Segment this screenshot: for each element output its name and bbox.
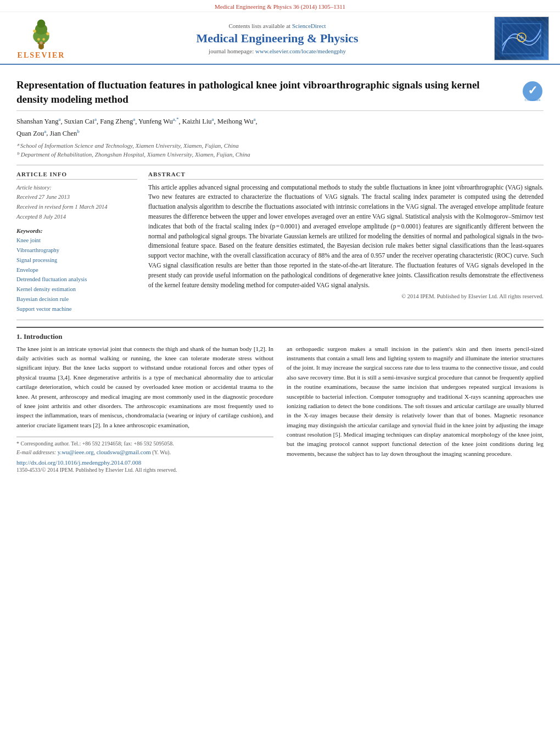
abstract-col: Abstract This article applies advanced s… — [148, 171, 544, 314]
journal-header: ELSEVIER Contents lists available at Sci… — [0, 12, 560, 65]
article-info-heading: Article Info — [16, 171, 137, 180]
keyword-5: Detrended fluctuation analysis — [16, 275, 137, 284]
keywords-section: Keywords: Knee joint Vibroarthrography S… — [16, 227, 137, 314]
svg-point-7 — [37, 38, 40, 41]
intro-left-col: The knee joint is an intricate synovial … — [16, 344, 273, 473]
author-fang: Fang Zhenga — [100, 118, 135, 125]
journal-citation-text: Medical Engineering & Physics 36 (2014) … — [215, 3, 345, 10]
revised-date: Received in revised form 1 March 2014 — [16, 202, 137, 212]
journal-cover-area — [483, 16, 549, 60]
abstract-text: This article applies advanced signal pro… — [148, 183, 544, 291]
keyword-1: Knee joint — [16, 236, 137, 246]
footnote-section: * Corresponding author. Tel.: +86 592 21… — [16, 437, 273, 457]
svg-point-5 — [33, 30, 36, 33]
issn-line: 1350-4533/© 2014 IPEM. Published by Else… — [16, 467, 273, 473]
email-link-1[interactable]: y.wu@ieee.org — [58, 449, 94, 455]
keyword-3: Signal processing — [16, 255, 137, 265]
svg-point-3 — [37, 20, 46, 28]
author-meihong: Meihong Wua — [217, 118, 256, 125]
elsevier-wordmark: ELSEVIER — [18, 51, 65, 60]
main-content-area: Representation of fluctuation features i… — [0, 65, 560, 484]
intro-heading: 1. Introduction — [16, 332, 544, 341]
keyword-7: Bayesian decision rule — [16, 294, 137, 304]
journal-info-center: Contents lists available at ScienceDirec… — [71, 23, 483, 54]
intro-right-text: an orthopaedic surgeon makes a small inc… — [287, 344, 544, 459]
elsevier-logo: ELSEVIER — [11, 17, 71, 60]
keyword-2: Vibroarthrography — [16, 246, 137, 255]
keyword-6: Kernel density estimation — [16, 284, 137, 294]
accepted-date: Accepted 8 July 2014 — [16, 212, 137, 222]
article-title: Representation of fluctuation features i… — [16, 78, 522, 106]
article-info-col: Article Info Article history: Received 2… — [16, 171, 137, 314]
journal-cover-image — [494, 16, 549, 60]
author-shanshan: Shanshan Yanga — [16, 118, 60, 125]
footnote-email: E-mail addresses: y.wu@ieee.org, cloudsw… — [16, 448, 273, 457]
svg-point-8 — [42, 38, 45, 41]
elsevier-tree-icon — [22, 17, 60, 50]
author-jian: Jian Chenb — [50, 130, 80, 137]
keyword-4: Envelope — [16, 265, 137, 275]
intro-right-col: an orthopaedic surgeon makes a small inc… — [287, 344, 544, 473]
abstract-heading: Abstract — [148, 171, 544, 180]
article-title-section: Representation of fluctuation features i… — [16, 70, 544, 111]
svg-point-6 — [46, 32, 49, 36]
elsevier-logo-area: ELSEVIER — [11, 17, 71, 60]
journal-title: Medical Engineering & Physics — [71, 31, 483, 46]
body-two-col: The knee joint is an intricate synovial … — [16, 344, 544, 473]
homepage-link[interactable]: www.elsevier.com/locate/medengphy — [255, 48, 346, 54]
crossmark-icon[interactable]: ✓ CrossMark — [522, 80, 544, 102]
received-date: Received 27 June 2013 — [16, 192, 137, 202]
author-kaizhi: Kaizhi Liua — [182, 118, 214, 125]
divider-1 — [16, 165, 544, 165]
contents-line: Contents lists available at ScienceDirec… — [71, 23, 483, 29]
authors-line: Shanshan Yanga, Suxian Caia, Fang Zhenga… — [16, 115, 544, 138]
svg-point-10 — [40, 41, 43, 44]
journal-homepage-line: journal homepage: www.elsevier.com/locat… — [71, 48, 483, 54]
keyword-8: Support vector machine — [16, 304, 137, 314]
affiliations: ᵃ School of Information Science and Tech… — [16, 141, 544, 159]
author-yunfeng: Yunfeng Wua,* — [138, 118, 179, 125]
doi-section: http://dx.doi.org/10.1016/j.medengphy.20… — [16, 459, 273, 466]
sciencedirect-link[interactable]: ScienceDirect — [292, 23, 326, 29]
svg-text:CrossMark: CrossMark — [524, 98, 541, 102]
article-history: Article history: Received 27 June 2013 R… — [16, 183, 137, 222]
affiliation-a: ᵃ School of Information Science and Tech… — [16, 141, 544, 150]
doi-link[interactable]: http://dx.doi.org/10.1016/j.medengphy.20… — [16, 459, 141, 466]
history-heading: Article history: — [16, 183, 137, 193]
journal-citation-bar: Medical Engineering & Physics 36 (2014) … — [0, 0, 560, 12]
divider-2 — [16, 320, 544, 320]
author-suxian: Suxian Caia — [64, 118, 97, 125]
email-label: E-mail addresses: — [16, 449, 56, 455]
author-quan: Quan Zoua — [16, 130, 46, 137]
keywords-label: Keywords: — [16, 227, 137, 234]
affiliation-b: ᵇ Department of Rehabilitation, Zhongsha… — [16, 150, 544, 159]
info-abstract-section: Article Info Article history: Received 2… — [16, 171, 544, 314]
email-link-2[interactable]: cloudswu@gmail.com — [97, 449, 151, 455]
body-section: 1. Introduction The knee joint is an int… — [16, 327, 544, 473]
footnote-corresponding: * Corresponding author. Tel.: +86 592 21… — [16, 439, 273, 448]
svg-text:✓: ✓ — [528, 83, 537, 97]
intro-left-text: The knee joint is an intricate synovial … — [16, 344, 273, 430]
copyright-line: © 2014 IPEM. Published by Elsevier Ltd. … — [148, 293, 544, 299]
